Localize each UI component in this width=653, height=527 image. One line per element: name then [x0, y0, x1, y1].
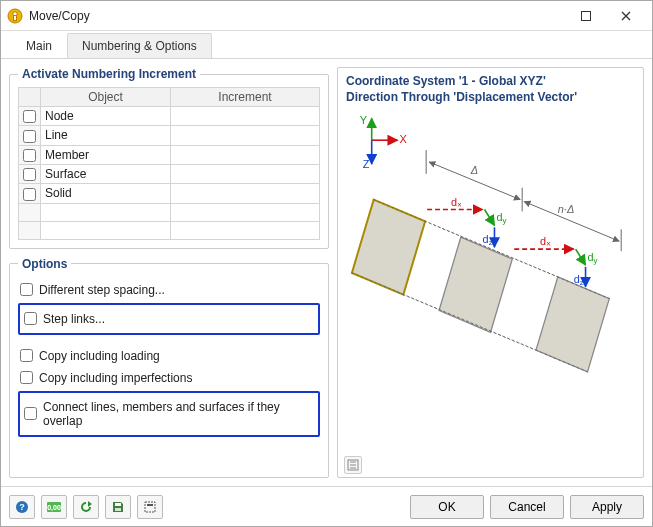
svg-line-32 [576, 249, 586, 265]
preview-canvas: Y X Z Δ n·Δ [342, 109, 639, 449]
preview-caption-line1: Coordinate System '1 - Global XYZ' [346, 74, 635, 90]
row-solid-inc[interactable] [171, 184, 320, 203]
group-options: Options Different step spacing... Step l… [9, 257, 329, 478]
svg-text:Δ: Δ [470, 164, 478, 176]
ok-button[interactable]: OK [410, 495, 484, 519]
preview-footer [338, 453, 643, 477]
step-links-checkbox[interactable] [24, 312, 37, 325]
left-column: Activate Numbering Increment Object Incr… [9, 67, 329, 478]
copy-imperfections-label: Copy including imperfections [39, 371, 192, 385]
col-object: Object [41, 88, 171, 107]
svg-rect-42 [115, 508, 121, 511]
step-links-label: Step links... [43, 312, 105, 326]
row-surface-inc[interactable] [171, 164, 320, 183]
option-different-step: Different step spacing... [18, 281, 320, 299]
app-icon [7, 8, 23, 24]
tab-numbering-options[interactable]: Numbering & Options [67, 33, 212, 58]
maximize-button[interactable] [566, 1, 606, 31]
copy-imperfections-checkbox[interactable] [20, 371, 33, 384]
table-row: Line [19, 126, 320, 145]
table-row: Member [19, 145, 320, 164]
group-numbering-increment: Activate Numbering Increment Object Incr… [9, 67, 329, 249]
svg-marker-19 [536, 277, 609, 372]
row-node-inc[interactable] [171, 107, 320, 126]
units-icon[interactable]: 0,00 [41, 495, 67, 519]
table-row: Surface [19, 164, 320, 183]
row-member-checkbox[interactable] [23, 149, 36, 162]
option-connect: Connect lines, members and surfaces if t… [22, 398, 316, 430]
group-numbering-legend: Activate Numbering Increment [18, 67, 200, 81]
title-bar: Move/Copy [1, 1, 652, 31]
svg-rect-41 [115, 503, 121, 506]
right-column: Coordinate System '1 - Global XYZ' Direc… [337, 67, 644, 478]
svg-marker-17 [352, 200, 425, 295]
row-line-checkbox[interactable] [23, 130, 36, 143]
different-step-checkbox[interactable] [20, 283, 33, 296]
svg-text:Z: Z [363, 158, 370, 170]
table-row [19, 221, 320, 239]
svg-text:0,00: 0,00 [47, 504, 61, 512]
svg-rect-3 [582, 11, 591, 20]
preview-tool-units-icon[interactable] [344, 456, 362, 474]
row-solid-checkbox[interactable] [23, 188, 36, 201]
numbering-table: Object Increment Node Line [18, 87, 320, 240]
row-member-inc[interactable] [171, 145, 320, 164]
svg-marker-18 [439, 237, 512, 332]
svg-rect-2 [14, 15, 17, 20]
svg-text:?: ? [19, 502, 25, 512]
copy-loading-checkbox[interactable] [20, 349, 33, 362]
preview-caption: Coordinate System '1 - Global XYZ' Direc… [338, 68, 643, 105]
option-step-links: Step links... [22, 310, 316, 328]
svg-rect-43 [145, 502, 155, 512]
row-solid-label: Solid [41, 184, 171, 203]
dialog-move-copy: { "title": "Move/Copy", "tabs": { "main"… [0, 0, 653, 527]
svg-text:dy: dy [588, 251, 598, 265]
svg-text:dₓ: dₓ [540, 235, 551, 247]
row-node-label: Node [41, 107, 171, 126]
preview-panel: Coordinate System '1 - Global XYZ' Direc… [337, 67, 644, 478]
svg-text:dz: dz [483, 233, 493, 247]
option-copy-loading: Copy including loading [18, 347, 320, 365]
cancel-button[interactable]: Cancel [490, 495, 564, 519]
row-member-label: Member [41, 145, 171, 164]
different-step-label: Different step spacing... [39, 283, 165, 297]
window-title: Move/Copy [29, 9, 566, 23]
preview-diagram: Y X Z Δ n·Δ [342, 109, 639, 449]
row-node-checkbox[interactable] [23, 110, 36, 123]
svg-rect-44 [147, 504, 153, 506]
svg-text:X: X [399, 133, 407, 145]
row-surface-label: Surface [41, 164, 171, 183]
option-copy-imperfections: Copy including imperfections [18, 369, 320, 387]
highlight-connect: Connect lines, members and surfaces if t… [18, 391, 320, 437]
connect-checkbox[interactable] [24, 407, 37, 420]
svg-text:dz: dz [574, 273, 584, 287]
svg-line-23 [352, 273, 536, 350]
tab-bar: Main Numbering & Options [1, 31, 652, 59]
tab-main[interactable]: Main [11, 33, 67, 58]
close-button[interactable] [606, 1, 646, 31]
connect-label: Connect lines, members and surfaces if t… [43, 400, 314, 428]
row-surface-checkbox[interactable] [23, 168, 36, 181]
svg-text:n·Δ: n·Δ [558, 204, 574, 216]
svg-text:Y: Y [360, 115, 368, 127]
bottom-bar: ? 0,00 OK Cancel Apply [1, 486, 652, 526]
save-icon[interactable] [105, 495, 131, 519]
table-row: Node [19, 107, 320, 126]
refresh-icon[interactable] [73, 495, 99, 519]
help-icon[interactable]: ? [9, 495, 35, 519]
svg-text:dₓ: dₓ [451, 196, 462, 208]
col-increment: Increment [171, 88, 320, 107]
svg-line-26 [485, 210, 495, 226]
highlight-step-links: Step links... [18, 303, 320, 335]
svg-text:dy: dy [496, 212, 506, 226]
group-options-legend: Options [18, 257, 71, 271]
apply-button[interactable]: Apply [570, 495, 644, 519]
table-header-row: Object Increment [19, 88, 320, 107]
row-line-inc[interactable] [171, 126, 320, 145]
table-row: Solid [19, 184, 320, 203]
table-row [19, 203, 320, 221]
script-icon[interactable] [137, 495, 163, 519]
copy-loading-label: Copy including loading [39, 349, 160, 363]
row-line-label: Line [41, 126, 171, 145]
dialog-body: Activate Numbering Increment Object Incr… [1, 59, 652, 486]
